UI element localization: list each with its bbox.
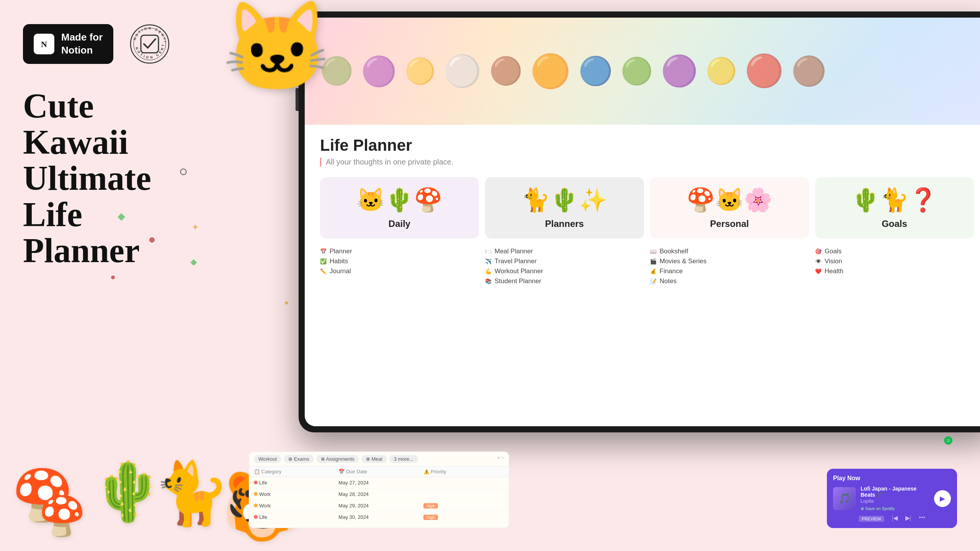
priority-high-badge: High <box>423 503 438 509</box>
tablet-screen: 🟢 🟣 🟡 ⚪ 🟤 🟠 🔵 🟢 🟣 🟡 🔴 🟤 Life Planner All… <box>305 18 980 426</box>
td-priority4: High <box>423 514 504 520</box>
health-icon: ❤️ <box>815 268 822 274</box>
calendar-icon: 📅 <box>320 248 327 254</box>
notion-badge: N Made for Notion <box>23 24 113 64</box>
track-title: Lofi Japan - Japanese Beats 🎵 <box>861 486 929 498</box>
card-daily[interactable]: 🐱🌵🍄 Daily <box>320 177 479 238</box>
tag-workout[interactable]: Workout <box>254 455 281 463</box>
td-date4: May 30, 2024 <box>338 514 419 520</box>
more-button[interactable]: ••• <box>919 514 925 522</box>
personal-links: 📖 Bookshelf 🎬 Movies & Series 💰 Finance … <box>650 248 809 285</box>
svg-text:N: N <box>41 39 47 49</box>
life-planner-subtitle: All your thoughts in one private place. <box>320 158 974 166</box>
certified-svg: NOTION CERTIFIED NOTION CERTIFIED <box>129 23 171 65</box>
pink-cat-sticker: 🐱 <box>222 4 332 92</box>
daily-links: 📅 Planner ✅ Habits ✏️ Journal <box>320 248 479 285</box>
link-finance[interactable]: 💰 Finance <box>650 267 809 275</box>
link-habits[interactable]: ✅ Habits <box>320 258 479 265</box>
prev-button[interactable]: |◀ <box>892 514 898 522</box>
link-planner[interactable]: 📅 Planner <box>320 248 479 255</box>
td-date2: May 28, 2024 <box>338 491 419 497</box>
title-line2: Ultimate Life <box>23 160 191 233</box>
deco-pin1 <box>180 168 187 175</box>
th-priority: ⚠️ Priority <box>423 469 504 474</box>
deco-dot1 <box>149 237 155 243</box>
content-area: Life Planner All your thoughts in one pr… <box>305 125 980 426</box>
planners-links: 🍽️ Meal Planner ✈️ Travel Planner 💪 Work… <box>485 248 644 285</box>
link-journal[interactable]: ✏️ Journal <box>320 267 479 275</box>
spotify-icon: ♫ <box>944 436 952 445</box>
tag-assignments[interactable]: ⊕ Assignments <box>316 455 359 463</box>
table-tags: Workout ⊕ Exams ⊕ Assignments ⊕ Meal 3 m… <box>249 452 509 466</box>
vision-icon: 👁️ <box>815 258 822 264</box>
td-cat2: Work <box>254 491 335 497</box>
link-workout[interactable]: 💪 Workout Planner <box>485 267 644 275</box>
goals-label: Goals <box>821 218 968 229</box>
daily-label: Daily <box>326 218 473 229</box>
tag-meal[interactable]: ⊕ Meal <box>361 455 387 463</box>
banner-area: 🟢 🟣 🟡 ⚪ 🟤 🟠 🔵 🟢 🟣 🟡 🔴 🟤 <box>305 18 980 125</box>
certified-badge: NOTION CERTIFIED NOTION CERTIFIED <box>129 23 171 65</box>
tablet-mockup: 🟢 🟣 🟡 ⚪ 🟤 🟠 🔵 🟢 🟣 🟡 🔴 🟤 Life Planner All… <box>299 11 980 432</box>
link-bookshelf[interactable]: 📖 Bookshelf <box>650 248 809 255</box>
play-now-label: Play Now <box>833 475 951 482</box>
goal-icon: 🎯 <box>815 248 822 254</box>
next-button[interactable]: ▶| <box>905 514 911 522</box>
notion-badge-text: Made for Notion <box>61 31 103 57</box>
th-date: 📅 Due Date <box>338 469 419 474</box>
sticker-mushroom2: 🍄 <box>38 497 86 536</box>
play-button[interactable]: ▶ <box>934 490 951 507</box>
th-category: 📋 Category <box>254 469 335 474</box>
planners-label: Planners <box>491 218 638 229</box>
td-date3: May 29, 2024 <box>338 503 419 509</box>
tag-more[interactable]: 3 more... <box>389 455 418 463</box>
main-title: Cute Kawaii Ultimate Life Planner <box>23 88 191 269</box>
link-health[interactable]: ❤️ Health <box>815 267 974 275</box>
personal-emoji: 🍄🐱🌸 <box>656 185 803 215</box>
tag-exams[interactable]: ⊕ Exams <box>284 455 314 463</box>
notes-icon: 📝 <box>650 278 657 284</box>
link-goals[interactable]: 🎯 Goals <box>815 248 974 255</box>
link-student[interactable]: 📚 Student Planner <box>485 277 644 285</box>
badges-row: N Made for Notion NOTION CERTIFIED <box>23 23 191 65</box>
link-travel[interactable]: ✈️ Travel Planner <box>485 258 644 265</box>
td-cat1: Life <box>254 480 335 486</box>
table-row: Life May 30, 2024 High <box>249 512 509 523</box>
priority-high-badge2: High <box>423 515 438 520</box>
goals-links: 🎯 Goals 👁️ Vision ❤️ Health <box>815 248 974 285</box>
table-row: Work May 28, 2024 <box>249 489 509 500</box>
card-goals[interactable]: 🌵🐈❓ Goals <box>815 177 974 238</box>
book-icon: 📖 <box>650 248 657 254</box>
table-row: Work May 29, 2024 High <box>249 500 509 512</box>
link-meal[interactable]: 🍽️ Meal Planner <box>485 248 644 255</box>
deco-star1: ✦ <box>191 222 199 233</box>
card-personal[interactable]: 🍄🐱🌸 Personal <box>650 177 809 238</box>
link-notes[interactable]: 📝 Notes <box>650 277 809 285</box>
td-cat4: Life <box>254 514 335 520</box>
notion-icon: N <box>34 34 54 54</box>
album-art: 🎵 <box>833 487 856 510</box>
link-vision[interactable]: 👁️ Vision <box>815 258 974 265</box>
card-planners[interactable]: 🐈🌵✨ Planners <box>485 177 644 238</box>
title-line1: Cute Kawaii <box>23 88 191 160</box>
life-planner-title: Life Planner <box>320 136 974 155</box>
sticker-cactus: 🌵 <box>92 463 163 520</box>
sticker-green-cat: 🐈 <box>153 463 230 524</box>
daily-emoji: 🐱🌵🍄 <box>326 185 473 215</box>
category-cards: 🐱🌵🍄 Daily 🐈🌵✨ Planners 🍄🐱🌸 Personal 🌵🐈❓ <box>320 177 974 238</box>
finance-icon: 💰 <box>650 268 657 274</box>
table-strip: Workout ⊕ Exams ⊕ Assignments ⊕ Meal 3 m… <box>249 452 509 528</box>
link-movies[interactable]: 🎬 Movies & Series <box>650 258 809 265</box>
movie-icon: 🎬 <box>650 258 657 264</box>
preview-badge: PREVIEW <box>859 514 884 522</box>
add-col-btn[interactable]: + − <box>497 455 504 463</box>
notion-label-line2: Notion <box>61 44 103 57</box>
title-line3: Planner <box>23 233 191 269</box>
td-date1: May 27, 2024 <box>338 480 419 486</box>
check-icon: ✅ <box>320 258 327 264</box>
td-priority3: High <box>423 503 504 509</box>
workout-icon: 💪 <box>485 268 492 274</box>
td-cat3: Work <box>254 503 335 509</box>
save-spotify[interactable]: ⊕ Save on Spotify <box>861 506 929 511</box>
meal-icon: 🍽️ <box>485 248 492 254</box>
